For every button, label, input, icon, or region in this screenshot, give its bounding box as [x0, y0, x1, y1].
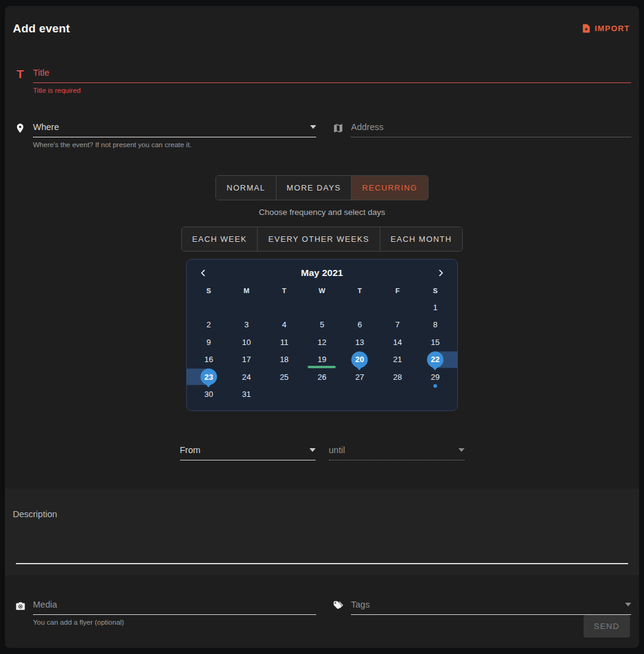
- calendar-empty-cell: [266, 299, 303, 316]
- calendar-day[interactable]: 5: [303, 316, 341, 334]
- day-number: 7: [396, 320, 400, 329]
- calendar-day[interactable]: 20: [341, 351, 378, 369]
- where-helper-text: Where's the event? If not present you ca…: [33, 141, 316, 148]
- day-number: 6: [358, 320, 362, 329]
- day-number: 13: [355, 338, 364, 347]
- media-input[interactable]: Media: [33, 600, 316, 615]
- weekday-header: F: [378, 287, 416, 294]
- day-number: 24: [242, 372, 251, 382]
- calendar-empty-cell: [378, 299, 416, 316]
- calendar-day[interactable]: 1: [416, 299, 454, 316]
- send-button[interactable]: SEND: [584, 615, 630, 638]
- tab-normal[interactable]: NORMAL: [216, 176, 275, 200]
- tags-field: Tags: [331, 600, 631, 615]
- from-select[interactable]: From: [180, 445, 316, 460]
- day-number: 8: [433, 320, 437, 329]
- map-icon: [331, 122, 346, 137]
- calendar-weekday-row: SMTWTFS: [190, 283, 454, 299]
- calendar-day[interactable]: 15: [416, 333, 454, 351]
- calendar-day[interactable]: 9: [190, 333, 228, 351]
- until-field: until: [329, 445, 465, 460]
- where-select[interactable]: Where: [33, 122, 316, 137]
- calendar: May 2021 SMTWTFS 12345678910111213141516…: [186, 259, 458, 411]
- calendar-day[interactable]: 30: [190, 386, 228, 404]
- day-number: 21: [393, 355, 402, 364]
- calendar-day[interactable]: 12: [303, 333, 341, 351]
- calendar-empty-cell: [190, 299, 228, 316]
- day-number: 9: [206, 338, 211, 347]
- day-number: 14: [393, 338, 402, 347]
- frequency-caption: Choose frequency and select days: [13, 208, 631, 217]
- calendar-day[interactable]: 3: [228, 316, 266, 334]
- calendar-day[interactable]: 22: [416, 351, 454, 369]
- day-number: 19: [317, 355, 326, 364]
- day-number: 27: [355, 372, 364, 382]
- calendar-day[interactable]: 27: [341, 368, 378, 386]
- day-number: 12: [317, 338, 326, 347]
- calendar-day[interactable]: 31: [228, 386, 266, 404]
- day-number: 2: [206, 320, 211, 329]
- calendar-day[interactable]: 21: [378, 351, 416, 369]
- dialog-header: Add event IMPORT: [13, 6, 631, 36]
- from-field: From: [180, 445, 316, 460]
- tab-every-other-weeks[interactable]: EVERY OTHER WEEKS: [257, 227, 379, 251]
- description-textarea[interactable]: [13, 519, 631, 563]
- calendar-empty-cell: [228, 299, 266, 316]
- calendar-day[interactable]: 4: [266, 316, 303, 334]
- calendar-day[interactable]: 10: [228, 333, 266, 351]
- media-tags-row: Media You can add a flyer (optional) Tag…: [13, 600, 631, 626]
- calendar-day[interactable]: 6: [341, 316, 378, 334]
- tags-icon: [331, 600, 346, 615]
- import-button[interactable]: IMPORT: [580, 21, 631, 36]
- day-number: 3: [244, 320, 248, 329]
- day-number: 20: [355, 355, 364, 364]
- day-number: 26: [317, 372, 326, 382]
- calendar-day[interactable]: 8: [416, 316, 454, 334]
- import-button-label: IMPORT: [595, 24, 630, 33]
- camera-icon: [13, 600, 27, 626]
- tab-each-month[interactable]: EACH MONTH: [380, 227, 462, 251]
- address-input[interactable]: Address: [351, 122, 631, 137]
- day-number: 28: [393, 372, 402, 382]
- calendar-day[interactable]: 28: [378, 368, 416, 386]
- calendar-day[interactable]: 18: [266, 351, 303, 369]
- calendar-next-button[interactable]: [435, 267, 447, 279]
- calendar-day[interactable]: 19: [303, 351, 341, 369]
- calendar-month-label: May 2021: [209, 267, 435, 278]
- calendar-day[interactable]: 13: [341, 333, 378, 351]
- weekday-header: T: [266, 287, 303, 294]
- calendar-prev-button[interactable]: [197, 267, 209, 279]
- calendar-day[interactable]: 26: [303, 368, 341, 386]
- title-input[interactable]: Title: [33, 68, 631, 83]
- calendar-empty-cell: [341, 299, 378, 316]
- title-error-text: Title is required: [33, 87, 631, 94]
- calendar-day[interactable]: 2: [190, 316, 228, 334]
- tab-each-week[interactable]: EACH WEEK: [182, 227, 258, 251]
- calendar-day[interactable]: 16: [190, 351, 228, 369]
- chevron-down-icon: [309, 448, 316, 452]
- calendar-day[interactable]: 7: [378, 316, 416, 334]
- tags-select[interactable]: Tags: [351, 600, 631, 615]
- tab-recurring[interactable]: RECURRING: [351, 176, 427, 200]
- page: Add event IMPORT T Title Title is requir…: [0, 0, 644, 654]
- day-number: 16: [204, 355, 213, 364]
- title-placeholder: Title: [33, 68, 49, 78]
- address-placeholder: Address: [351, 122, 383, 132]
- calendar-day[interactable]: 23: [190, 368, 228, 386]
- calendar-day[interactable]: 14: [378, 333, 416, 351]
- until-select[interactable]: until: [329, 445, 465, 460]
- day-number: 5: [320, 320, 324, 329]
- calendar-empty-cell: [266, 386, 303, 404]
- event-mode-tabs: NORMAL MORE DAYS RECURRING: [215, 175, 429, 200]
- tab-more-days[interactable]: MORE DAYS: [276, 176, 352, 200]
- calendar-day[interactable]: 17: [228, 351, 266, 369]
- chevron-down-icon: [458, 448, 465, 452]
- calendar-day[interactable]: 11: [266, 333, 303, 351]
- calendar-empty-cell: [303, 299, 341, 316]
- calendar-day[interactable]: 29: [416, 368, 454, 386]
- calendar-day[interactable]: 24: [228, 368, 266, 386]
- chevron-down-icon: [625, 603, 631, 606]
- calendar-day[interactable]: 25: [266, 368, 303, 386]
- frequency-tabs: EACH WEEK EVERY OTHER WEEKS EACH MONTH: [181, 227, 463, 252]
- media-helper-text: You can add a flyer (optional): [33, 619, 316, 626]
